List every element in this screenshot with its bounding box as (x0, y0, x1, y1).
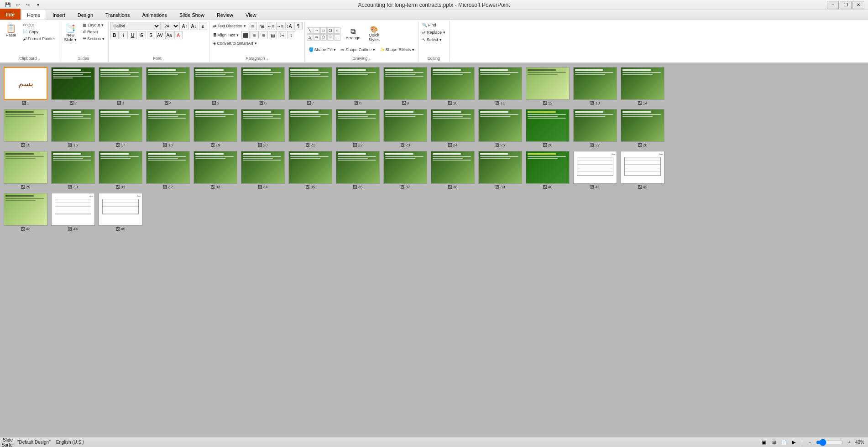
new-slide-button[interactable]: 📑 New Slide ▾ (61, 22, 80, 44)
shape-more[interactable]: … (334, 34, 340, 41)
italic-button[interactable]: I (120, 31, 128, 39)
slide-thumb-3[interactable]: 🖼3 (99, 67, 142, 105)
slide-45-image[interactable]: جدول (99, 193, 142, 226)
slide-thumb-29[interactable]: 🖼29 (4, 151, 47, 189)
slide-thumb-37[interactable]: 🖼37 (383, 151, 427, 189)
undo-button[interactable]: ↩ (14, 1, 22, 9)
slide-18-image[interactable] (146, 109, 190, 142)
slide-5-image[interactable] (193, 67, 237, 100)
sort-button[interactable]: ↕A (285, 22, 293, 30)
zoom-slider[interactable] (816, 440, 843, 445)
redo-button[interactable]: ↪ (24, 1, 32, 9)
increase-font-button[interactable]: A↑ (181, 22, 189, 30)
slide-35-image[interactable] (288, 151, 332, 184)
slide-thumb-13[interactable]: 🖼13 (573, 67, 617, 105)
shape-rounded-rect[interactable]: ▢ (327, 27, 334, 34)
slide-thumb-16[interactable]: 🖼16 (51, 109, 95, 147)
slide-thumb-36[interactable]: 🖼36 (336, 151, 380, 189)
slide-17-image[interactable] (99, 109, 142, 142)
show-hide-button[interactable]: ¶ (294, 22, 303, 30)
slide-4-image[interactable] (146, 67, 190, 100)
slide-thumb-42[interactable]: جدول 🖼42 (621, 151, 664, 189)
slide-7-image[interactable] (288, 67, 332, 100)
save-button[interactable]: 💾 (4, 1, 12, 9)
slide-41-image[interactable]: جدول (573, 151, 617, 184)
slideshow-button[interactable]: ▶ (790, 438, 798, 447)
shape-effects-button[interactable]: ✨ Shape Effects ▾ (378, 47, 416, 53)
slide-27-image[interactable] (573, 109, 617, 142)
replace-button[interactable]: ⇄ Replace ▾ (420, 29, 447, 36)
slide-29-image[interactable] (4, 151, 47, 184)
slide-25-image[interactable] (478, 109, 522, 142)
slide-36-image[interactable] (336, 151, 380, 184)
slide-thumb-35[interactable]: 🖼35 (288, 151, 332, 189)
font-name-select[interactable]: Calibri (110, 22, 161, 30)
slide-28-image[interactable] (621, 109, 664, 142)
tab-design[interactable]: Design (72, 10, 99, 20)
bullets-button[interactable]: ≡ (249, 22, 257, 30)
slide-thumb-5[interactable]: 🖼5 (193, 67, 237, 105)
slide-thumb-28[interactable]: 🖼28 (621, 109, 664, 147)
slide-30-image[interactable] (51, 151, 95, 184)
slide-thumb-21[interactable]: 🖼21 (288, 109, 332, 147)
copy-button[interactable]: 📄 Copy (21, 29, 57, 35)
char-spacing-button[interactable]: AV (156, 31, 164, 39)
shape-right-arrow[interactable]: ⇒ (314, 34, 320, 41)
slide-14-image[interactable] (621, 67, 664, 100)
slide-thumb-34[interactable]: 🖼34 (241, 151, 285, 189)
indent-decrease-button[interactable]: ←≡ (267, 22, 275, 30)
slide-19-image[interactable] (193, 109, 237, 142)
slide-40-image[interactable] (526, 151, 570, 184)
center-button[interactable]: ≡ (251, 31, 259, 39)
slide-thumb-23[interactable]: 🖼23 (383, 109, 427, 147)
shape-arrow[interactable]: → (314, 27, 320, 34)
zoom-out-button[interactable]: − (806, 438, 814, 447)
slide-31-image[interactable] (99, 151, 142, 184)
shape-rect[interactable]: ▭ (320, 27, 327, 34)
slide-23-image[interactable] (383, 109, 427, 142)
reading-view-button[interactable]: 📄 (780, 438, 788, 447)
slide-thumb-38[interactable]: 🖼38 (431, 151, 475, 189)
slide-33-image[interactable] (193, 151, 237, 184)
tab-animations[interactable]: Animations (136, 10, 173, 20)
slide-26-image[interactable] (526, 109, 570, 142)
slide-thumb-45[interactable]: جدول 🖼45 (99, 193, 142, 231)
slide-thumb-8[interactable]: 🖼8 (336, 67, 380, 105)
slide-16-image[interactable] (51, 109, 95, 142)
tab-view[interactable]: View (240, 10, 262, 20)
justify-button[interactable]: ▤ (269, 31, 277, 39)
slide-sorter-button[interactable]: ⊞ (770, 438, 778, 447)
minimize-button[interactable]: − (827, 1, 839, 9)
slide-thumb-6[interactable]: 🖼6 (241, 67, 285, 105)
slide-thumb-40[interactable]: 🖼40 (526, 151, 570, 189)
slide-thumb-9[interactable]: 🖼9 (383, 67, 427, 105)
slide-thumb-4[interactable]: 🖼4 (146, 67, 190, 105)
clear-format-button[interactable]: ꜱ (199, 22, 207, 30)
slide-thumb-39[interactable]: 🖼39 (478, 151, 522, 189)
columns-button[interactable]: ⧟ (278, 31, 286, 39)
shadow-button[interactable]: S (147, 31, 155, 39)
slide-11-image[interactable] (478, 67, 522, 100)
clipboard-dialog-icon[interactable]: ⌟ (38, 56, 40, 61)
font-size-select[interactable]: 24 (162, 22, 180, 30)
slide-thumb-31[interactable]: 🖼31 (99, 151, 142, 189)
line-spacing-button[interactable]: ↕ (287, 31, 295, 39)
slide-thumb-41[interactable]: جدول 🖼41 (573, 151, 617, 189)
slide-thumb-11[interactable]: 🖼11 (478, 67, 522, 105)
zoom-in-button[interactable]: + (845, 438, 853, 447)
slide-thumb-18[interactable]: 🖼18 (146, 109, 190, 147)
change-case-button[interactable]: Aa (165, 31, 173, 39)
slide-thumb-14[interactable]: 🖼14 (621, 67, 664, 105)
shape-oval[interactable]: ○ (334, 27, 340, 34)
slide-42-image[interactable]: جدول (621, 151, 664, 184)
slide-1-image[interactable]: بسم (4, 67, 47, 100)
shape-fill-button[interactable]: 🪣 Shape Fill ▾ (307, 47, 338, 53)
tab-home[interactable]: Home (21, 10, 46, 20)
slide-thumb-7[interactable]: 🖼7 (288, 67, 332, 105)
shape-pentagon[interactable]: ⬠ (320, 34, 327, 41)
slide-thumb-17[interactable]: 🖼17 (99, 109, 142, 147)
slide-34-image[interactable] (241, 151, 285, 184)
slide-10-image[interactable] (431, 67, 475, 100)
align-text-button[interactable]: ≣ Align Text ▾ (211, 32, 241, 38)
reset-button[interactable]: ↺ Reset (81, 29, 106, 35)
